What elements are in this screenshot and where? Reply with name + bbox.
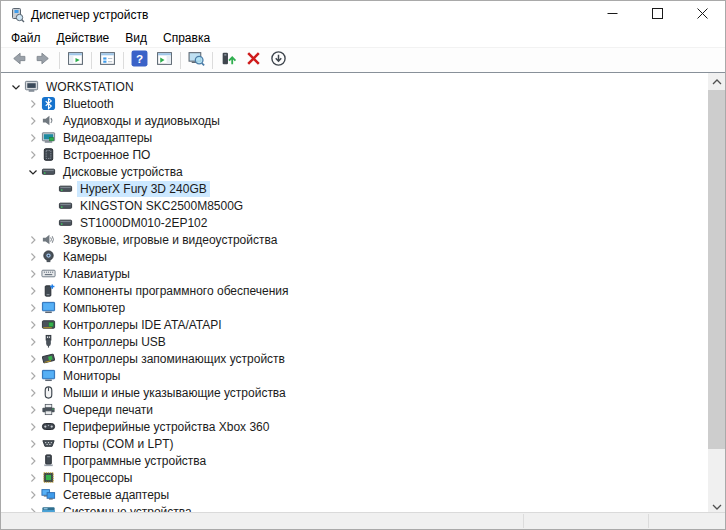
tree-node-label: Bluetooth xyxy=(60,96,117,112)
tree-node[interactable]: WORKSTATION xyxy=(1,78,725,95)
scan-hardware-icon xyxy=(188,50,205,70)
chevron-right-icon[interactable] xyxy=(24,300,41,316)
tree-node-label: HyperX Fury 3D 240GB xyxy=(77,181,210,197)
menu-bar: ФайлДействиеВидСправка xyxy=(1,29,725,48)
tree-node[interactable]: Программные устройства xyxy=(1,452,725,469)
workstation-computer-icon xyxy=(24,79,43,95)
disk-drive-icon xyxy=(58,198,77,214)
tree-node-selected[interactable]: HyperX Fury 3D 240GB xyxy=(1,180,725,197)
tree-node[interactable]: Bluetooth xyxy=(1,95,725,112)
tree-panel: WORKSTATIONBluetoothАудиовходы и аудиовы… xyxy=(1,72,725,514)
tree-node[interactable]: Клавиатуры xyxy=(1,265,725,282)
tree-node[interactable]: Мониторы xyxy=(1,367,725,384)
tree-node[interactable]: Видеоадаптеры xyxy=(1,129,725,146)
tree-node-label: Компьютер xyxy=(60,300,128,316)
uninstall-device-icon xyxy=(245,50,262,70)
chevron-right-icon[interactable] xyxy=(24,96,41,112)
tree-node[interactable]: Компоненты программного обеспечения xyxy=(1,282,725,299)
device-manager-app-icon xyxy=(9,7,25,23)
menu-item-view[interactable]: Вид xyxy=(117,29,155,47)
scrollbar-thumb[interactable] xyxy=(708,90,725,449)
chevron-down-icon[interactable] xyxy=(7,79,24,95)
tree-node-label: ST1000DM010-2EP102 xyxy=(77,215,210,231)
chevron-right-icon[interactable] xyxy=(24,266,41,282)
disable-device-button[interactable] xyxy=(266,49,291,71)
tree-node[interactable]: ST1000DM010-2EP102 xyxy=(1,214,725,231)
forward-button[interactable] xyxy=(31,49,56,71)
tree-node[interactable]: Камеры xyxy=(1,248,725,265)
usb-controller-icon xyxy=(41,334,60,350)
minimize-button[interactable] xyxy=(590,1,635,29)
camera-icon xyxy=(41,249,60,265)
properties-button[interactable] xyxy=(95,49,120,71)
storage-controller-icon xyxy=(41,351,60,367)
tree-node[interactable]: Компьютер xyxy=(1,299,725,316)
tree-node-label: Клавиатуры xyxy=(60,266,133,282)
menu-item-file[interactable]: Файл xyxy=(3,29,49,47)
chevron-right-icon[interactable] xyxy=(24,317,41,333)
close-icon xyxy=(697,8,708,22)
tree-node[interactable]: Периферийные устройства Xbox 360 xyxy=(1,418,725,435)
action-pane-button[interactable] xyxy=(152,49,177,71)
toolbar-separator xyxy=(91,52,92,69)
chevron-right-icon[interactable] xyxy=(24,368,41,384)
tree-node[interactable]: Встроенное ПО xyxy=(1,146,725,163)
toolbar-separator xyxy=(180,52,181,69)
back-button[interactable] xyxy=(6,49,31,71)
back-arrow-icon xyxy=(10,50,27,70)
chevron-right-icon[interactable] xyxy=(24,147,41,163)
help-button[interactable]: ? xyxy=(127,49,152,71)
tree-node[interactable]: Порты (COM и LPT) xyxy=(1,435,725,452)
disk-drive-icon xyxy=(58,181,77,197)
chevron-right-icon[interactable] xyxy=(24,130,41,146)
tree-node[interactable]: Контроллеры USB xyxy=(1,333,725,350)
chevron-right-icon[interactable] xyxy=(24,385,41,401)
chevron-spacer xyxy=(41,181,58,197)
chevron-right-icon[interactable] xyxy=(24,436,41,452)
tree-node[interactable]: Очереди печати xyxy=(1,401,725,418)
console-tree-button[interactable] xyxy=(63,49,88,71)
properties-icon xyxy=(99,50,116,70)
maximize-button[interactable] xyxy=(635,1,680,29)
tree-node[interactable]: Контроллеры запоминающих устройств xyxy=(1,350,725,367)
chevron-right-icon[interactable] xyxy=(24,283,41,299)
chevron-right-icon[interactable] xyxy=(24,419,41,435)
tree-node[interactable]: Аудиовходы и аудиовыходы xyxy=(1,112,725,129)
tree-node[interactable]: Контроллеры IDE ATA/ATAPI xyxy=(1,316,725,333)
chevron-right-icon[interactable] xyxy=(24,351,41,367)
action-pane-icon xyxy=(156,50,173,70)
ide-controller-icon xyxy=(41,317,60,333)
tree-node[interactable]: Дисковые устройства xyxy=(1,163,725,180)
vertical-scrollbar[interactable] xyxy=(708,73,725,514)
chevron-right-icon[interactable] xyxy=(24,470,41,486)
chevron-right-icon[interactable] xyxy=(24,453,41,469)
scan-hardware-button[interactable] xyxy=(184,49,209,71)
chevron-right-icon[interactable] xyxy=(24,402,41,418)
computer-monitor-icon xyxy=(41,300,60,316)
svg-text:?: ? xyxy=(136,52,143,65)
disk-drive-icon xyxy=(41,164,60,180)
menu-item-help[interactable]: Справка xyxy=(155,29,218,47)
tree-node-label: Камеры xyxy=(60,249,110,265)
chevron-down-icon[interactable] xyxy=(24,164,41,180)
uninstall-device-button[interactable] xyxy=(241,49,266,71)
software-device-icon xyxy=(41,453,60,469)
tree-node-label: Сетевые адаптеры xyxy=(60,487,172,503)
chevron-right-icon[interactable] xyxy=(24,334,41,350)
tree-node[interactable]: Звуковые, игровые и видеоустройства xyxy=(1,231,725,248)
tree-node[interactable]: KINGSTON SKC2500M8500G xyxy=(1,197,725,214)
chevron-right-icon[interactable] xyxy=(24,487,41,503)
menu-item-action[interactable]: Действие xyxy=(49,29,118,47)
window-title: Диспетчер устройств xyxy=(31,8,590,22)
update-driver-button[interactable] xyxy=(216,49,241,71)
chevron-right-icon[interactable] xyxy=(24,249,41,265)
chevron-right-icon[interactable] xyxy=(24,232,41,248)
close-button[interactable] xyxy=(680,1,725,29)
scroll-up-icon[interactable] xyxy=(708,73,725,90)
tree-node-label: Встроенное ПО xyxy=(60,147,153,163)
chevron-right-icon[interactable] xyxy=(24,113,41,129)
tree-node[interactable]: Сетевые адаптеры xyxy=(1,486,725,503)
chevron-spacer xyxy=(41,198,58,214)
tree-node[interactable]: Процессоры xyxy=(1,469,725,486)
tree-node[interactable]: Мыши и иные указывающие устройства xyxy=(1,384,725,401)
